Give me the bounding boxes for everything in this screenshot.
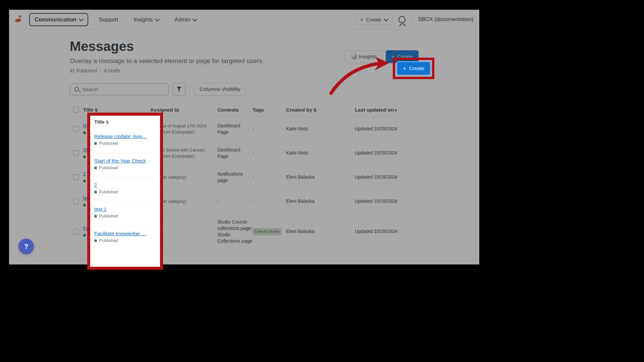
col-updated[interactable]: Last updated on▾ (355, 107, 415, 113)
row-created-by: Eleni Balaska (286, 198, 355, 204)
sort-icon: ⇅ (313, 108, 317, 113)
status-dot-icon (83, 131, 86, 134)
row-checkbox[interactable] (73, 229, 79, 234)
row-contexts: Notifications page (217, 171, 253, 184)
annotation-title-column-highlight: Title⇅ Release Update: Aug… Published St… (87, 113, 163, 270)
app-frame: Communication Support Insights Admin + C… (9, 10, 479, 264)
row-contexts: Dashboard Page (217, 147, 253, 160)
row-title-link[interactable]: test 1 (94, 206, 150, 212)
sort-icon: ⇅ (95, 108, 98, 113)
help-button[interactable]: ? (18, 239, 34, 254)
meta-divider (100, 68, 101, 73)
row-tags: Canvas Studio (253, 228, 286, 235)
published-count: 91 Published (70, 68, 97, 73)
search-input[interactable] (82, 86, 164, 92)
row-tags: - (253, 174, 286, 180)
row-updated: Updated 10/29/2024 (355, 174, 415, 180)
row-created-by: Eleni Balaska (286, 228, 355, 235)
top-nav: Communication Support Insights Admin (29, 13, 201, 26)
drafts-count: 4 Drafts (104, 68, 120, 73)
row-updated: Updated 10/29/2024 (355, 228, 415, 235)
row-tags: - (253, 198, 286, 204)
columns-visibility-button[interactable]: Columns Visibility (194, 83, 246, 96)
col-contexts[interactable]: Contexts (217, 107, 253, 113)
page-title: Messages (70, 39, 345, 54)
status-dot-icon (83, 204, 86, 206)
col-assigned[interactable]: Assigned to (150, 107, 217, 113)
row-title-link[interactable]: Start of the Year Check (94, 158, 150, 164)
chevron-down-icon (155, 17, 159, 21)
chevron-down-icon (384, 17, 388, 21)
vertical-divider (412, 16, 412, 23)
status-dot-icon (83, 180, 86, 182)
row-status: Published (99, 141, 118, 146)
row-title-link[interactable]: Facilitate knowledge … (94, 231, 150, 236)
sort-desc-icon: ▾ (395, 108, 397, 113)
col-tags[interactable]: Tags (253, 107, 286, 113)
filter-button[interactable] (173, 83, 185, 96)
page-subtitle: Overlay a message to a selected element … (70, 57, 345, 65)
tag-chip: Canvas Studio (253, 228, 282, 235)
funnel-icon (177, 87, 182, 92)
row-created-by: Katie Metz (286, 150, 355, 156)
search-box[interactable] (70, 83, 169, 95)
search-icon (74, 87, 79, 92)
plus-icon: + (360, 17, 364, 22)
create-button-highlighted[interactable]: + Create (396, 61, 431, 75)
row-contexts: - (217, 198, 253, 204)
page-meta: 91 Published 4 Drafts (70, 68, 345, 73)
row-status: Published (99, 214, 118, 219)
col-title[interactable]: Title⇅ (83, 107, 150, 113)
row-contexts: Studio Course collections page; Studio C… (217, 219, 253, 244)
user-icon[interactable] (398, 16, 406, 23)
status-dot-icon (94, 215, 97, 218)
nav-support[interactable]: Support (94, 14, 123, 25)
status-dot-icon (94, 167, 97, 169)
row-updated: Updated 10/29/2024 (355, 198, 415, 204)
row-title-link[interactable]: 2 (94, 182, 150, 188)
nav-communication-label: Communication (35, 16, 76, 23)
annotation-create-highlight: + Create (393, 58, 434, 79)
annotation-arrow (327, 54, 394, 97)
top-bar: Communication Support Insights Admin + C… (9, 10, 479, 29)
environment-label[interactable]: SBOX (documentation) (418, 16, 473, 22)
status-dot-icon (94, 191, 97, 193)
nav-admin[interactable]: Admin (170, 14, 201, 25)
chevron-down-icon (193, 17, 197, 21)
select-all-checkbox[interactable] (73, 107, 79, 113)
row-status: Published (99, 189, 118, 194)
status-dot-icon (83, 234, 86, 237)
nav-insights[interactable]: Insights (129, 14, 164, 25)
row-contexts: Dashboard Page (217, 123, 253, 135)
status-dot-icon (83, 156, 86, 158)
status-dot-icon (94, 239, 97, 242)
top-bar-right: + Create SBOX (documentation) (356, 14, 474, 25)
chevron-down-icon (79, 17, 83, 21)
row-checkbox[interactable] (73, 174, 79, 180)
row-updated: Updated 10/29/2024 (355, 150, 415, 156)
topbar-create-button[interactable]: + Create (356, 14, 393, 25)
row-checkbox[interactable] (73, 198, 79, 204)
row-created-by: Katie Metz (286, 126, 355, 132)
row-title-link[interactable]: Release Update: Aug… (94, 133, 150, 139)
row-tags: - (253, 150, 286, 156)
row-checkbox[interactable] (73, 150, 79, 156)
row-status: Published (99, 238, 118, 243)
row-status: Published (99, 165, 118, 170)
toolbar-divider (190, 84, 190, 94)
plus-icon: + (403, 66, 406, 71)
col-created[interactable]: Created by⇅ (286, 107, 355, 113)
nav-communication[interactable]: Communication (29, 13, 88, 26)
row-tags: - (253, 126, 286, 132)
logo-icon (15, 15, 23, 23)
row-updated: Updated 10/29/2024 (355, 126, 415, 132)
row-checkbox[interactable] (73, 126, 79, 132)
status-dot-icon (94, 142, 97, 145)
row-created-by: Eleni Balaska (286, 174, 355, 180)
